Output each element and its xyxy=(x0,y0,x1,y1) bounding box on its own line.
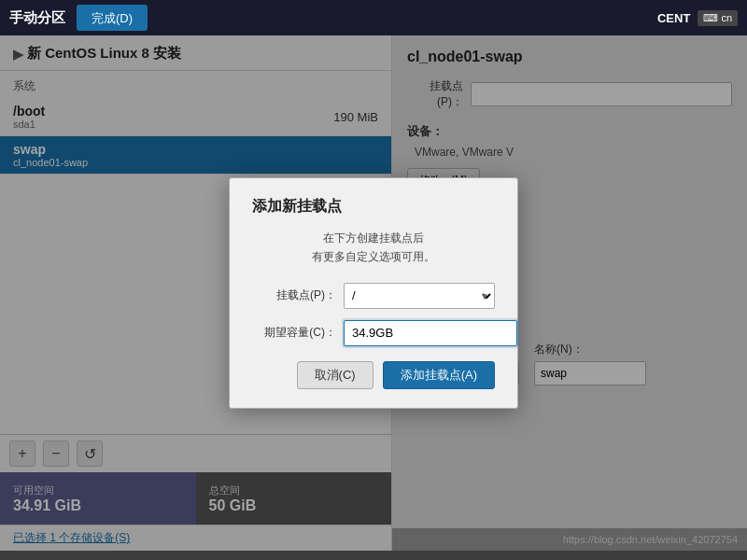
modal-desc-line1: 在下方创建挂载点后 xyxy=(323,231,424,245)
modal-capacity-label: 期望容量(C)： xyxy=(252,325,336,341)
topbar: 手动分区 完成(D) CENT ⌨ cn xyxy=(0,0,747,35)
cancel-button[interactable]: 取消(C) xyxy=(297,361,374,389)
modal-desc-line2: 有更多自定义选项可用。 xyxy=(312,250,435,263)
keyboard-icon: ⌨ xyxy=(703,12,718,24)
modal-title: 添加新挂载点 xyxy=(252,197,495,217)
modal-overlay: 添加新挂载点 在下方创建挂载点后 有更多自定义选项可用。 挂载点(P)： / /… xyxy=(0,35,747,551)
topbar-cent-label: CENT xyxy=(657,11,690,25)
topbar-keyboard-icon[interactable]: ⌨ cn xyxy=(698,10,738,26)
topbar-right: CENT ⌨ cn xyxy=(657,10,738,26)
modal-mount-point-row: 挂载点(P)： / /boot /home /var swap ▼ xyxy=(252,283,495,309)
topbar-title: 手动分区 xyxy=(9,9,65,27)
modal-capacity-row: 期望容量(C)： xyxy=(252,320,495,346)
done-button[interactable]: 完成(D) xyxy=(77,5,148,31)
modal-buttons: 取消(C) 添加挂载点(A) xyxy=(252,361,495,389)
modal-mount-point-select-wrap: / /boot /home /var swap ▼ xyxy=(344,283,495,309)
modal-mount-point-label: 挂载点(P)： xyxy=(252,287,336,303)
modal-mount-point-select[interactable]: / /boot /home /var swap xyxy=(344,283,495,309)
modal-description: 在下方创建挂载点后 有更多自定义选项可用。 xyxy=(252,230,495,265)
cn-label: cn xyxy=(721,12,732,23)
add-mount-point-button[interactable]: 添加挂载点(A) xyxy=(383,361,495,389)
modal-capacity-input[interactable] xyxy=(344,320,517,346)
main-area: ▶ 新 CentOS Linux 8 安装 系统 /boot sda1 190 … xyxy=(0,35,747,551)
modal-dialog: 添加新挂载点 在下方创建挂载点后 有更多自定义选项可用。 挂载点(P)： / /… xyxy=(229,177,518,408)
